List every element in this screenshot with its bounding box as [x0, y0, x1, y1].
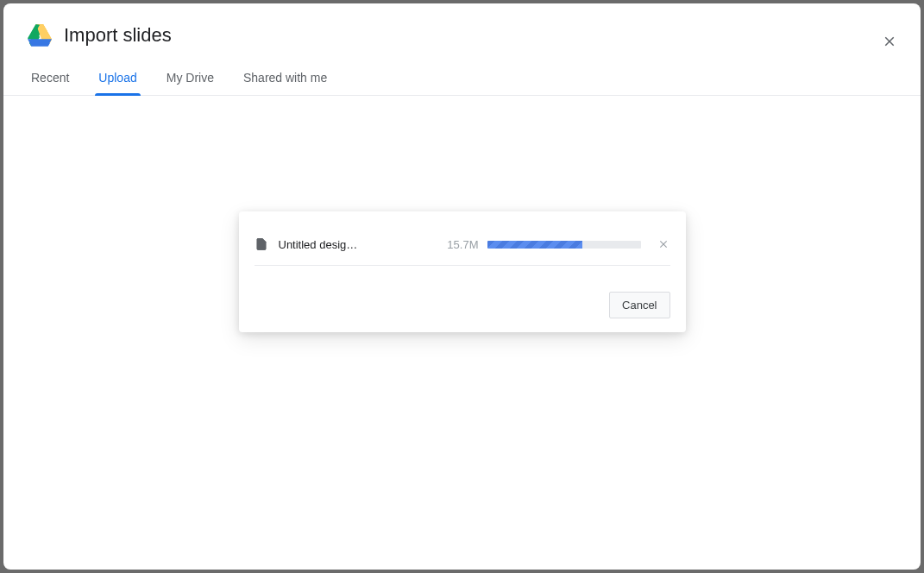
dialog-header: Import slides — [3, 3, 921, 54]
close-icon — [882, 34, 897, 49]
cancel-button[interactable]: Cancel — [609, 292, 669, 318]
import-slides-dialog: Import slides Recent Upload My Drive Sha… — [3, 3, 921, 570]
upload-panel-footer: Cancel — [255, 266, 670, 318]
cancel-upload-icon — [657, 238, 669, 250]
tab-upload[interactable]: Upload — [95, 71, 140, 95]
dialog-title: Import slides — [64, 24, 172, 47]
file-icon — [255, 236, 268, 253]
drive-logo-icon — [28, 24, 52, 47]
tab-shared-with-me[interactable]: Shared with me — [240, 71, 330, 95]
close-button[interactable] — [876, 28, 903, 55]
upload-progress-panel: Untitled desig… 15.7M Cancel — [239, 211, 686, 332]
upload-progress-fill — [487, 241, 582, 249]
svg-marker-11 — [28, 39, 52, 46]
upload-file-row: Untitled desig… 15.7M — [255, 227, 670, 266]
tab-recent[interactable]: Recent — [28, 71, 72, 95]
tabs-bar: Recent Upload My Drive Shared with me — [3, 54, 921, 96]
upload-file-name: Untitled desig… — [279, 238, 399, 251]
tab-my-drive[interactable]: My Drive — [163, 71, 217, 95]
upload-progress-bar — [487, 241, 641, 249]
dialog-content: Untitled desig… 15.7M Cancel — [3, 96, 921, 550]
upload-file-size: 15.7M — [447, 238, 478, 251]
remove-file-button[interactable] — [657, 237, 670, 251]
